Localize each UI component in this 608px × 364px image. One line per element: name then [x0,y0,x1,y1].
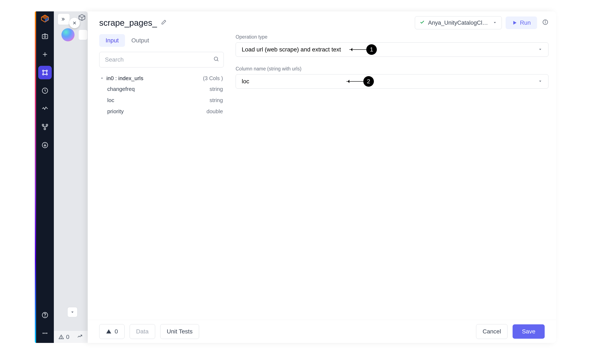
schema-col-type: double [206,108,223,115]
panel-footer: 0 Data Unit Tests Cancel Save [88,320,556,343]
nav-more[interactable] [38,326,52,340]
nav-history[interactable] [38,84,52,97]
svg-marker-36 [539,81,541,82]
edit-title-icon[interactable] [161,19,167,26]
column-name-value: loc [242,78,249,85]
schema-list: in0 : index_urls (3 Cols ) changefreq st… [99,73,224,117]
svg-point-18 [45,316,45,317]
cluster-selector[interactable]: Anya_UnityCatalogClusters_... [415,16,502,29]
schema-col-type: string [209,97,223,104]
warnings-button[interactable]: 0 [99,324,124,339]
schema-row[interactable]: changefreq string [99,84,224,94]
run-button[interactable]: Run [506,16,537,29]
status-count: 0 [66,334,69,340]
app-logo[interactable] [41,14,49,23]
status-check-icon [420,19,425,26]
column-name-label: Column name (string with urls) [236,66,548,72]
save-label: Save [522,328,535,335]
cluster-name: Anya_UnityCatalogClusters_... [428,20,489,26]
svg-marker-27 [494,22,496,23]
column-name-select[interactable]: loc 2 [236,74,548,89]
warning-icon: 0 [58,334,69,340]
svg-point-20 [44,333,46,334]
save-button[interactable]: Save [513,324,545,339]
svg-point-7 [42,70,44,71]
svg-line-33 [217,60,218,61]
operation-type-label: Operation type [236,34,548,40]
unit-tests-label: Unit Tests [167,328,192,335]
warnings-count: 0 [115,328,118,335]
svg-marker-34 [101,78,103,79]
svg-marker-22 [71,312,74,313]
svg-marker-28 [513,21,516,25]
schema-col-name: priority [107,108,124,115]
svg-point-31 [545,21,545,21]
svg-rect-12 [42,124,44,126]
panel-header: scrape_pages_ Anya_UnityCatalogClusters_… [88,11,556,34]
main-sidebar [36,11,54,343]
schema-col-name: changefreq [107,86,135,92]
svg-rect-13 [46,124,48,126]
search-input[interactable] [99,52,224,67]
svg-point-24 [61,338,61,338]
svg-marker-35 [539,49,541,50]
callout-2-num: 2 [363,76,374,87]
canvas-background: 0 [54,11,88,343]
schema-row[interactable]: loc string [99,95,224,106]
schema-row[interactable]: priority double [99,106,224,117]
schema-root-label: in0 : index_urls [106,75,143,82]
tabs: Input Output [99,34,224,47]
tab-output[interactable]: Output [125,34,155,47]
run-label: Run [520,19,531,26]
unit-tests-button[interactable]: Unit Tests [160,324,199,339]
chevron-down-icon [538,78,542,85]
page-title: scrape_pages_ [99,18,157,28]
operation-type-select[interactable]: Load url (web scrape) and extract text 1 [236,42,548,57]
caret-down-icon [100,75,104,82]
nav-download[interactable] [38,138,52,152]
node-orb[interactable] [61,28,75,41]
svg-point-4 [44,36,46,38]
nav-pipeline[interactable] [38,66,52,79]
svg-point-19 [43,333,44,334]
info-icon[interactable] [542,19,548,27]
tab-input[interactable]: Input [99,34,125,47]
operation-type-value: Load url (web scrape) and extract text [242,46,341,53]
schema-cols-count: (3 Cols ) [203,75,223,81]
nav-add[interactable] [38,48,52,61]
data-button[interactable]: Data [130,324,155,339]
callout-1: 1 [349,44,377,55]
nav-metrics[interactable] [38,102,52,116]
canvas-menu-button[interactable] [67,307,78,317]
node-box[interactable] [78,29,88,40]
expand-canvas-button[interactable] [58,13,70,25]
chevron-down-icon [538,46,542,53]
svg-point-9 [42,74,44,75]
nav-branch[interactable] [38,120,52,134]
nav-help[interactable] [38,308,52,322]
search-icon [213,56,219,64]
chevron-down-icon [493,19,497,26]
schema-root[interactable]: in0 : index_urls (3 Cols ) [99,73,224,83]
schema-col-type: string [209,86,223,92]
svg-point-8 [46,70,47,71]
config-panel: scrape_pages_ Anya_UnityCatalogClusters_… [88,11,556,343]
data-label: Data [136,328,149,335]
close-panel-button[interactable] [69,18,80,28]
nav-snapshot[interactable] [38,29,52,43]
svg-point-32 [214,57,218,60]
schema-col-name: loc [107,97,114,104]
callout-1-num: 1 [366,44,377,55]
svg-rect-14 [44,128,46,130]
callout-2: 2 [346,76,374,87]
svg-point-10 [46,74,47,75]
cancel-label: Cancel [483,328,501,335]
svg-point-21 [46,333,48,334]
cancel-button[interactable]: Cancel [476,324,508,339]
trend-icon[interactable] [77,333,82,340]
status-bar: 0 [54,331,88,343]
svg-rect-3 [42,35,48,39]
